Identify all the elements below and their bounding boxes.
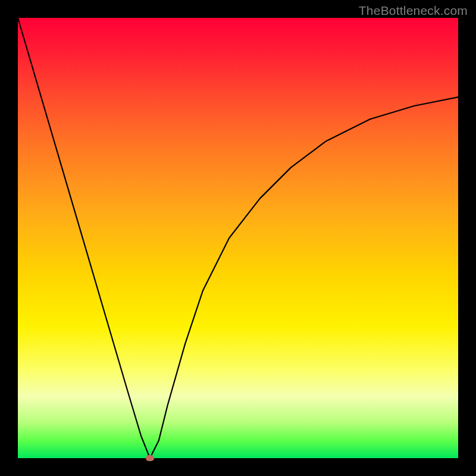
watermark-text: TheBottleneck.com — [359, 4, 468, 18]
curve-svg — [18, 18, 458, 458]
bottleneck-curve — [18, 18, 458, 458]
plot-area — [18, 18, 458, 458]
optimal-marker — [146, 455, 154, 461]
chart-frame: TheBottleneck.com — [0, 0, 476, 476]
